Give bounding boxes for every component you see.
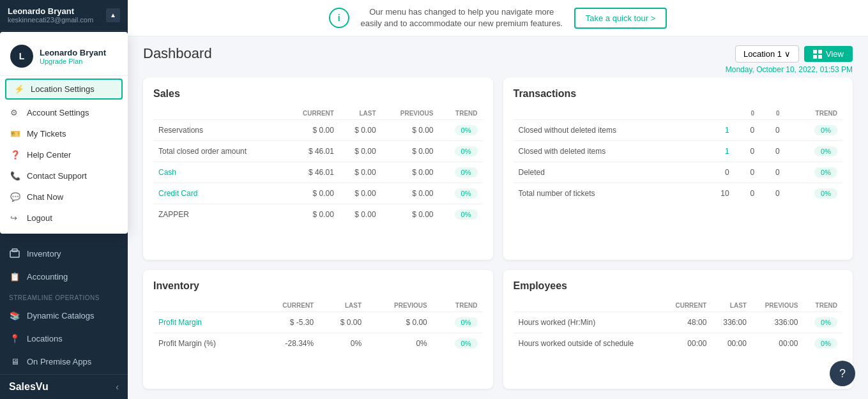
sidebar-item-locations[interactable]: 📍 Locations [0, 327, 128, 350]
locations-icon: 📍 [9, 333, 20, 344]
sidebar-collapse-button[interactable]: ▲ [106, 8, 120, 22]
grid-icon [813, 50, 822, 59]
sidebar-email: keskinnecati23@gmail.com [8, 16, 93, 24]
transactions-table: 0 0 TREND Closed without deleted items 1… [514, 107, 843, 204]
row-previous: 0 [759, 183, 785, 204]
row-previous: $ 0.00 [381, 183, 439, 204]
table-row: Reservations $ 0.00 $ 0.00 $ 0.00 0% [153, 120, 483, 141]
row-previous: $ 0.00 [381, 162, 439, 183]
transactions-title: Transactions [514, 88, 843, 100]
sales-col-current: CURRENT [284, 107, 339, 120]
row-current: $ -5.30 [256, 312, 319, 333]
row-previous: 00:00 [752, 333, 803, 354]
row-trend: 0% [432, 333, 483, 354]
row-last: $ 0.00 [339, 162, 381, 183]
transactions-card: Transactions 0 0 TREND Closed without de… [503, 78, 853, 260]
row-trend: 0% [439, 183, 483, 204]
upgrade-plan-link[interactable]: Upgrade Plan [40, 57, 106, 65]
sidebar-item-inventory[interactable]: Inventory [0, 242, 128, 265]
chat-icon: 💬 [10, 192, 20, 202]
sidebar-item-accounting[interactable]: 📋 Accounting [0, 265, 128, 288]
help-center-icon: ❓ [10, 150, 20, 160]
trans-col-label [514, 107, 702, 120]
table-row: Profit Margin (%) -28.34% 0% 0% 0% [153, 333, 483, 354]
avatar: L [10, 45, 33, 68]
inventory-icon [9, 248, 20, 259]
employees-table: CURRENT LAST PREVIOUS TREND Hours worked… [514, 299, 843, 354]
quick-tour-button[interactable]: Take a quick tour > [574, 8, 667, 29]
table-row: Credit Card $ 0.00 $ 0.00 $ 0.00 0% [153, 183, 483, 204]
row-last: 336:00 [712, 312, 752, 333]
row-previous: 0 [759, 120, 785, 141]
row-label: Closed with deleted items [514, 141, 702, 162]
row-previous: $ 0.00 [381, 120, 439, 141]
row-current: $ 0.00 [284, 183, 339, 204]
logout-icon: ↪ [10, 213, 20, 223]
dropdown-item-help-center[interactable]: ❓ Help Center [0, 144, 128, 165]
row-label: Profit Margin (%) [153, 333, 256, 354]
trans-col-trend: TREND [785, 107, 842, 120]
dropdown-item-location-settings[interactable]: ⚡ Location Settings [5, 79, 123, 100]
row-current: 48:00 [662, 312, 712, 333]
row-label: Total number of tickets [514, 183, 702, 204]
dropdown-item-chat-now[interactable]: 💬 Chat Now [0, 186, 128, 207]
employees-title: Employees [514, 280, 843, 292]
dropdown-user-header: L Leonardo Bryant Upgrade Plan [0, 37, 128, 76]
row-label: Deleted [514, 162, 702, 183]
sales-col-label [153, 107, 284, 120]
inv-col-last: LAST [319, 299, 367, 312]
table-row: Cash $ 46.01 $ 0.00 $ 0.00 0% [153, 162, 483, 183]
sales-col-trend: TREND [439, 107, 483, 120]
inventory-card: Inventory CURRENT LAST PREVIOUS TREND Pr… [143, 270, 493, 389]
dropdown-item-my-tickets[interactable]: 🎫 My Tickets [0, 123, 128, 144]
emp-col-previous: PREVIOUS [752, 299, 803, 312]
dropdown-item-logout[interactable]: ↪ Logout [0, 207, 128, 229]
location-label: Location 1 [743, 49, 782, 59]
sales-col-last: LAST [339, 107, 381, 120]
main-content: i Our menu has changed to help you navig… [128, 0, 868, 399]
dashboard-header: Dashboard Location 1 ∨ View Monday, Octo… [128, 36, 868, 78]
banner-text: Our menu has changed to help you navigat… [360, 6, 564, 29]
dashboard-date: Monday, October 10, 2022, 01:53 PM [726, 65, 853, 74]
row-previous: $ 0.00 [381, 204, 439, 225]
row-trend: 0% [803, 333, 842, 354]
row-current: 10 [701, 183, 734, 204]
emp-col-last: LAST [712, 299, 752, 312]
employees-card: Employees CURRENT LAST PREVIOUS TREND Ho… [503, 270, 853, 389]
view-button[interactable]: View [804, 46, 853, 62]
sidebar-footer: SalesVu ‹ [0, 374, 128, 399]
inv-col-current: CURRENT [256, 299, 319, 312]
location-selector[interactable]: Location 1 ∨ [735, 45, 799, 63]
inventory-title: Inventory [153, 280, 483, 292]
on-premise-apps-icon: 🖥 [9, 356, 20, 367]
row-last: 0 [735, 162, 760, 183]
table-row: Hours worked outside of schedule 00:00 0… [514, 333, 843, 354]
sidebar-chevron-icon[interactable]: ‹ [116, 382, 119, 392]
row-last: $ 0.00 [319, 312, 367, 333]
inv-col-previous: PREVIOUS [367, 299, 432, 312]
row-current: $ 0.00 [284, 204, 339, 225]
sidebar-item-dynamic-catalogs[interactable]: 📚 Dynamic Catalogs [0, 304, 128, 327]
sidebar-user-info: Leonardo Bryant keskinnecati23@gmail.com [8, 6, 93, 24]
sidebar-username: Leonardo Bryant [8, 6, 93, 16]
row-current: -28.34% [256, 333, 319, 354]
page-title: Dashboard [143, 45, 212, 62]
dropdown-item-account-settings[interactable]: ⚙ Account Settings [0, 102, 128, 123]
trans-col-last: 0 [735, 107, 760, 120]
row-last: $ 0.00 [339, 204, 381, 225]
table-row: Profit Margin $ -5.30 $ 0.00 $ 0.00 0% [153, 312, 483, 333]
help-button[interactable]: ? [830, 361, 855, 386]
row-last: 00:00 [712, 333, 752, 354]
sidebar-item-on-premise-apps[interactable]: 🖥 On Premise Apps [0, 350, 128, 373]
content-area: Sales CURRENT LAST PREVIOUS TREND Reserv… [128, 78, 868, 399]
row-last: 0% [319, 333, 367, 354]
row-trend: 0% [439, 204, 483, 225]
dropdown-item-contact-support[interactable]: 📞 Contact Support [0, 165, 128, 186]
dropdown-menu: L Leonardo Bryant Upgrade Plan ⚡ Locatio… [0, 32, 128, 234]
row-previous: $ 0.00 [381, 141, 439, 162]
sidebar-header: Leonardo Bryant keskinnecati23@gmail.com… [0, 0, 128, 31]
trans-col-current [701, 107, 734, 120]
row-last: $ 0.00 [339, 141, 381, 162]
row-label: Hours worked (Hr:Min) [514, 312, 663, 333]
table-row: Closed with deleted items 1 0 0 0% [514, 141, 843, 162]
